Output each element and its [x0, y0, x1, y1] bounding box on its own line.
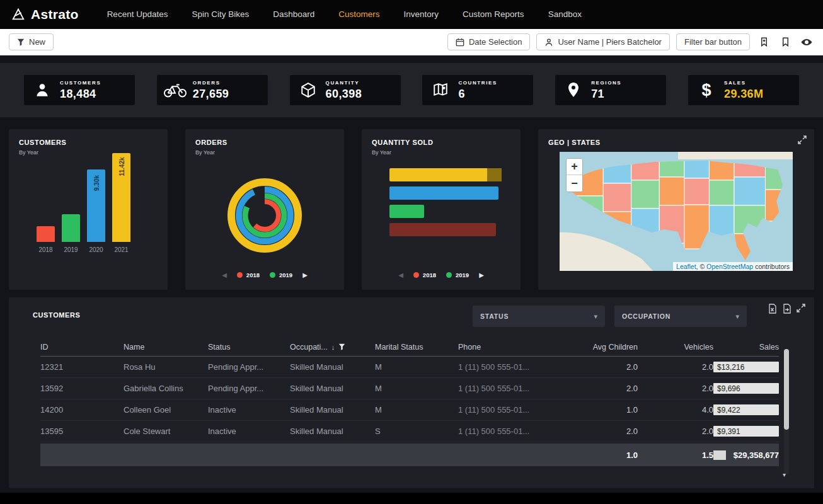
nav-item-custom-reports[interactable]: Custom Reports [451, 0, 536, 29]
table-filters: STATUS ▾ OCCUPATION ▾ [473, 306, 747, 327]
expand-icon[interactable] [798, 135, 807, 144]
geo-title: GEO | STATES [548, 139, 804, 146]
kpi-label: COUNTRIES [458, 80, 497, 86]
column-header-name[interactable]: Name [124, 343, 208, 352]
nav-item-customers[interactable]: Customers [326, 0, 391, 29]
kpi-sales[interactable]: $ SALES29.36M [688, 75, 799, 105]
scrollbar-thumb[interactable] [784, 349, 789, 430]
bookmark-add-icon[interactable] [756, 35, 771, 50]
brand-logo[interactable]: Astrato [11, 7, 79, 22]
column-header-avg-children[interactable]: Avg Children [568, 343, 638, 352]
filter-bar-button[interactable]: Filter bar button [676, 33, 750, 50]
chart-subtitle: By Year [195, 149, 334, 156]
kpi-customers[interactable]: CUSTOMERS18,484 [24, 75, 135, 105]
legend-prev-arrow[interactable]: ◀ [222, 272, 227, 278]
hbar-2018[interactable] [389, 223, 496, 236]
expand-icon[interactable] [797, 304, 805, 314]
map-canvas[interactable] [560, 152, 793, 271]
hbar-2019[interactable] [389, 205, 424, 218]
table-row[interactable]: 14200 Colleen Goel Inactive Skilled Manu… [40, 399, 779, 421]
totals-sales-value: $29,358,677 [734, 450, 779, 460]
scrollbar-down-arrow[interactable]: ▾ [783, 471, 786, 478]
chart-title: CUSTOMERS [19, 139, 158, 146]
status-filter-dropdown[interactable]: STATUS ▾ [473, 306, 605, 327]
date-selection-button[interactable]: Date Selection [447, 33, 531, 50]
kpi-value: 60,398 [326, 88, 362, 101]
donut-ring-2018[interactable] [251, 202, 279, 229]
customers-chart-card: CUSTOMERS By Year 201820199.30k202011.42… [9, 129, 168, 290]
table-scrollbar[interactable]: ▾ [784, 349, 789, 474]
hbar-2020[interactable] [389, 186, 498, 200]
new-filter-button[interactable]: New [9, 33, 54, 50]
sales-value: $9,422 [717, 406, 740, 415]
table-row[interactable]: 13595 Cole Stewart Inactive Skilled Manu… [40, 421, 779, 442]
hbar-tip [487, 168, 502, 181]
legend-item-2018[interactable]: 2018 [413, 272, 436, 278]
bar-column: 11.42k2021 [112, 153, 130, 253]
table-totals-row: 1.0 1.5 $29,358,677 [40, 444, 779, 466]
cell-name: Cole Stewart [124, 427, 208, 436]
astrato-logo-icon [11, 8, 25, 21]
legend-item-2018[interactable]: 2018 [237, 272, 260, 278]
zoom-in-button[interactable]: + [567, 159, 582, 175]
bar-2019[interactable] [62, 214, 80, 242]
hbar-2021[interactable] [389, 168, 502, 181]
sales-value: $9,696 [717, 384, 740, 393]
nav-item-sandbox[interactable]: Sandbox [536, 0, 594, 29]
bar-2018[interactable] [37, 226, 55, 242]
column-header-sales[interactable]: Sales [713, 343, 779, 352]
attribution-text: , © [696, 263, 707, 270]
column-header-phone[interactable]: Phone [458, 343, 568, 352]
nav-item-spin-city-bikes[interactable]: Spin City Bikes [180, 0, 261, 29]
nav-item-inventory[interactable]: Inventory [392, 0, 451, 29]
legend-prev-arrow[interactable]: ◀ [398, 272, 403, 278]
kpi-band: CUSTOMERS18,484 ORDERS27,659 QUANTITY60,… [0, 63, 823, 117]
column-header-id[interactable]: ID [40, 343, 124, 352]
legend-item-2019[interactable]: 2019 [270, 272, 292, 278]
column-header-occupation[interactable]: Occupati... ↓ [290, 343, 375, 352]
legend-next-arrow[interactable]: ▶ [302, 272, 308, 278]
column-header-marital-status[interactable]: Marital Status [375, 343, 458, 352]
cell-phone: 1 (11) 500 555-01... [458, 405, 568, 415]
bookmark-icon[interactable] [778, 35, 793, 50]
openstreetmap-link[interactable]: OpenStreetMap [706, 263, 753, 270]
zoom-out-button[interactable]: − [567, 175, 582, 192]
legend-label: 2019 [279, 272, 292, 278]
kpi-quantity[interactable]: QUANTITY60,398 [290, 75, 401, 105]
column-header-status[interactable]: Status [208, 343, 290, 352]
quantity-bar-chart[interactable] [389, 168, 502, 241]
user-label: User Name | Piers Batchelor [558, 37, 662, 47]
eye-icon[interactable] [799, 35, 814, 50]
bar-2021[interactable]: 11.42k [112, 153, 130, 242]
leaflet-link[interactable]: Leaflet [676, 263, 696, 270]
kpi-countries[interactable]: COUNTRIES6 [422, 75, 533, 105]
map-attribution: Leaflet, © OpenStreetMap contributors [673, 262, 793, 271]
legend-item-2019[interactable]: 2019 [446, 272, 469, 278]
column-header-vehicles[interactable]: Vehicles [638, 343, 713, 352]
legend-next-arrow[interactable]: ▶ [479, 272, 484, 278]
column-filter-icon[interactable] [338, 343, 345, 350]
customers-bar-chart[interactable]: 201820199.30k202011.42k2021 [37, 159, 130, 253]
nav-item-recent-updates[interactable]: Recent Updates [95, 0, 180, 29]
cell-sales: $9,422 [713, 404, 779, 415]
user-button[interactable]: User Name | Piers Batchelor [536, 33, 670, 50]
user-icon [544, 38, 553, 47]
nav-item-dashboard[interactable]: Dashboard [261, 0, 326, 29]
attribution-text: contributors [753, 263, 790, 270]
kpi-regions[interactable]: REGIONS71 [555, 75, 666, 105]
kpi-orders[interactable]: ORDERS27,659 [157, 75, 268, 105]
brand-name: Astrato [31, 7, 79, 22]
totals-sales: $29,358,677 [713, 450, 779, 460]
table-row[interactable]: 12321 Rosa Hu Pending Appr... Skilled Ma… [40, 357, 779, 378]
orders-donut-chart[interactable] [224, 175, 306, 256]
cell-id: 14200 [40, 405, 124, 415]
export-excel-icon[interactable] [768, 304, 777, 314]
sort-descending-icon[interactable]: ↓ [331, 343, 335, 351]
kpi-value: 29.36M [724, 88, 763, 101]
cell-marital: M [375, 405, 458, 415]
us-states-map[interactable]: + − Leaflet, © OpenStreetMap contributor… [560, 152, 793, 271]
table-row[interactable]: 13592 Gabriella Collins Pending Appr... … [40, 378, 779, 399]
export-file-icon[interactable] [782, 304, 791, 314]
bar-2020[interactable]: 9.30k [87, 169, 105, 242]
occupation-filter-dropdown[interactable]: OCCUPATION ▾ [614, 306, 747, 327]
